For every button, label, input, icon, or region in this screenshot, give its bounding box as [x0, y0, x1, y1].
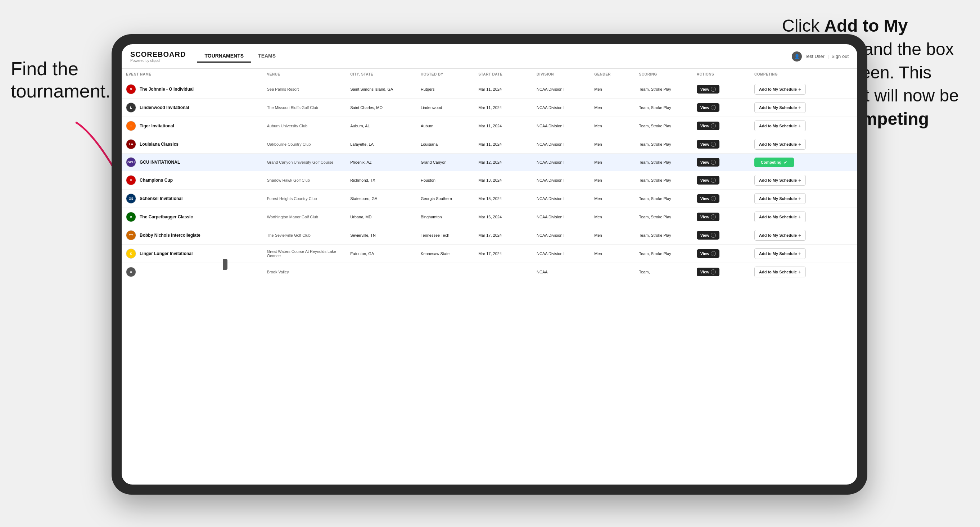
table-row: R The Johnnie - O Individual Sea Palms R… — [122, 80, 857, 98]
scoring-cell: Team, Stroke Play — [635, 208, 692, 226]
col-header-actions: ACTIONS — [692, 69, 750, 80]
nav-separator: | — [827, 54, 829, 59]
date-cell: Mar 11, 2024 — [474, 80, 532, 98]
add-to-schedule-button[interactable]: Add to My Schedule + — [754, 102, 806, 113]
event-name-cell: GS Schenkel Invitational — [122, 190, 263, 208]
gender-cell: Men — [590, 226, 635, 244]
actions-cell: View i — [692, 226, 750, 244]
table-row: L Lindenwood Invitational The Missouri B… — [122, 98, 857, 117]
hosted-by-cell: Grand Canyon — [417, 154, 474, 171]
view-button[interactable]: View i — [697, 122, 719, 130]
hosted-by-cell: Auburn — [417, 117, 474, 135]
division-cell: NCAA Division I — [532, 244, 590, 263]
actions-cell: View i — [692, 80, 750, 98]
add-to-schedule-button[interactable]: Add to My Schedule + — [754, 84, 806, 95]
user-name: Test User — [805, 54, 824, 59]
sign-out-link[interactable]: Sign out — [831, 54, 849, 59]
city-cell: Saint Simons Island, GA — [346, 80, 417, 98]
view-button[interactable]: View i — [697, 213, 719, 221]
actions-cell: View i — [692, 171, 750, 190]
city-cell: Lafayette, LA — [346, 135, 417, 154]
view-button[interactable]: View i — [697, 231, 719, 240]
competing-cell: Add to My Schedule + — [750, 208, 857, 226]
table-row: X Brook ValleyNCAATeam, View i Add to My… — [122, 263, 857, 281]
table-row: GCU GCU INVITATIONAL Grand Canyon Univer… — [122, 154, 857, 171]
table-row: GS Schenkel Invitational Forest Heights … — [122, 190, 857, 208]
date-cell: Mar 11, 2024 — [474, 98, 532, 117]
hosted-by-cell: Georgia Southern — [417, 190, 474, 208]
venue-cell: Oakbourne Country Club — [263, 135, 346, 154]
col-header-scoring: SCORING — [635, 69, 692, 80]
view-button[interactable]: View i — [697, 103, 719, 112]
col-header-gender: GENDER — [590, 69, 635, 80]
competing-button[interactable]: Competing ✓ — [754, 157, 794, 167]
competing-cell: Add to My Schedule + — [750, 117, 857, 135]
hosted-by-cell: Binghamton — [417, 208, 474, 226]
division-cell: NCAA Division I — [532, 154, 590, 171]
venue-cell: The Missouri Bluffs Golf Club — [263, 98, 346, 117]
annotation-left: Find thetournament. — [11, 57, 111, 103]
competing-cell: Add to My Schedule + — [750, 135, 857, 154]
competing-cell: Add to My Schedule + — [750, 226, 857, 244]
col-header-hosted: HOSTED BY — [417, 69, 474, 80]
table-body: R The Johnnie - O Individual Sea Palms R… — [122, 80, 857, 281]
col-header-division: DIVISION — [532, 69, 590, 80]
venue-cell: Sea Palms Resort — [263, 80, 346, 98]
view-button[interactable]: View i — [697, 249, 719, 258]
hosted-by-cell: Lindenwood — [417, 98, 474, 117]
add-to-schedule-button[interactable]: Add to My Schedule + — [754, 175, 806, 186]
city-cell: Phoenix, AZ — [346, 154, 417, 171]
date-cell: Mar 11, 2024 — [474, 117, 532, 135]
table-row: H Champions Cup Shadow Hawk Golf ClubRic… — [122, 171, 857, 190]
view-button[interactable]: View i — [697, 176, 719, 184]
division-cell: NCAA Division I — [532, 117, 590, 135]
event-name-cell: R The Johnnie - O Individual — [122, 80, 263, 98]
user-icon: 👤 — [792, 51, 802, 62]
view-button[interactable]: View i — [697, 268, 719, 276]
date-cell: Mar 17, 2024 — [474, 226, 532, 244]
tab-tournaments[interactable]: TOURNAMENTS — [197, 50, 251, 63]
venue-cell: Shadow Hawk Golf Club — [263, 171, 346, 190]
gender-cell: Men — [590, 190, 635, 208]
hosted-by-cell — [417, 263, 474, 281]
table-row: B The Carpetbagger Classic Worthington M… — [122, 208, 857, 226]
add-to-schedule-button[interactable]: Add to My Schedule + — [754, 230, 806, 241]
add-to-schedule-button[interactable]: Add to My Schedule + — [754, 193, 806, 204]
add-to-schedule-button[interactable]: Add to My Schedule + — [754, 121, 806, 131]
competing-cell: Add to My Schedule + — [750, 244, 857, 263]
scoring-cell: Team, Stroke Play — [635, 190, 692, 208]
event-name-cell: TT Bobby Nichols Intercollegiate — [122, 226, 263, 244]
tournaments-table: EVENT NAME VENUE CITY, STATE HOSTED BY S… — [122, 69, 857, 281]
event-name-cell: T Tiger Invitational — [122, 117, 263, 135]
date-cell: Mar 13, 2024 — [474, 171, 532, 190]
col-header-competing: COMPETING — [750, 69, 857, 80]
add-to-schedule-button[interactable]: Add to My Schedule + — [754, 139, 806, 150]
date-cell: Mar 16, 2024 — [474, 208, 532, 226]
view-button[interactable]: View i — [697, 158, 719, 167]
division-cell: NCAA Division I — [532, 98, 590, 117]
table-container[interactable]: EVENT NAME VENUE CITY, STATE HOSTED BY S… — [122, 69, 857, 484]
competing-cell: Add to My Schedule + — [750, 98, 857, 117]
city-cell: Richmond, TX — [346, 171, 417, 190]
view-button[interactable]: View i — [697, 140, 719, 149]
table-header: EVENT NAME VENUE CITY, STATE HOSTED BY S… — [122, 69, 857, 80]
add-to-schedule-button[interactable]: Add to My Schedule + — [754, 211, 806, 222]
view-button[interactable]: View i — [697, 85, 719, 94]
gender-cell: Men — [590, 244, 635, 263]
division-cell: NCAA — [532, 263, 590, 281]
tab-teams[interactable]: TEAMS — [251, 50, 283, 63]
scoring-cell: Team, Stroke Play — [635, 98, 692, 117]
col-header-event: EVENT NAME — [122, 69, 263, 80]
venue-cell: Auburn University Club — [263, 117, 346, 135]
date-cell: Mar 17, 2024 — [474, 244, 532, 263]
view-button[interactable]: View i — [697, 194, 719, 203]
add-to-schedule-button[interactable]: Add to My Schedule + — [754, 248, 806, 259]
scoring-cell: Team, Stroke Play — [635, 244, 692, 263]
col-header-city: CITY, STATE — [346, 69, 417, 80]
division-cell: NCAA Division I — [532, 226, 590, 244]
scoring-cell: Team, Stroke Play — [635, 117, 692, 135]
venue-cell: The Sevierville Golf Club — [263, 226, 346, 244]
gender-cell: Men — [590, 80, 635, 98]
add-to-schedule-button[interactable]: Add to My Schedule + — [754, 267, 806, 277]
venue-cell: Forest Heights Country Club — [263, 190, 346, 208]
